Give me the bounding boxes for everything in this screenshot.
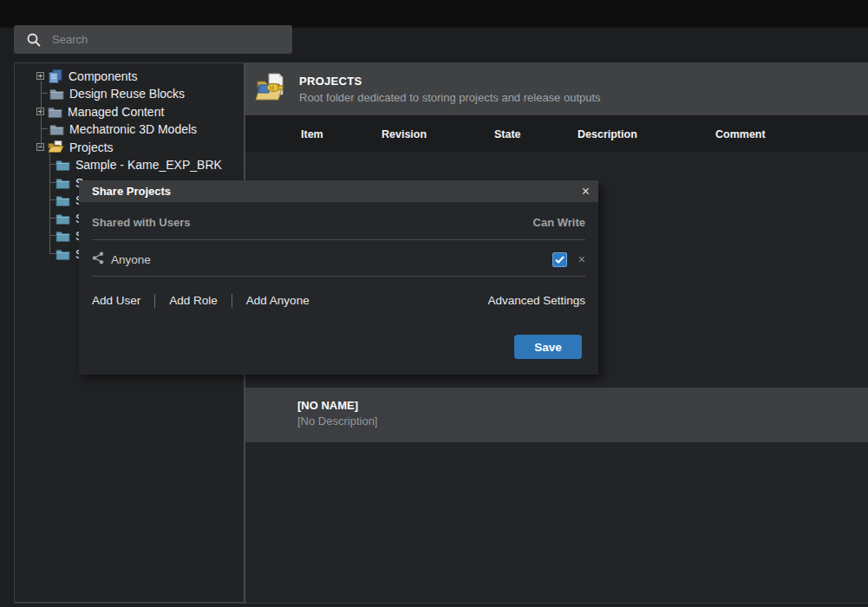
folder-icon	[49, 123, 64, 135]
search-icon	[26, 32, 42, 48]
column-header-description[interactable]: Description	[578, 128, 637, 140]
bottom-border	[14, 603, 868, 604]
add-role-link[interactable]: Add Role	[169, 294, 218, 307]
can-write-label: Can Write	[533, 216, 585, 229]
column-header-comment[interactable]: Comment	[715, 128, 766, 140]
tree-connector-line	[49, 235, 55, 236]
tree-connector-line	[49, 164, 55, 165]
folder-header: PROJECTS Root folder dedicated to storin…	[245, 62, 868, 115]
tree-item-label: Mechatronic 3D Models	[69, 122, 197, 136]
tree-item-label: Projects	[69, 140, 114, 154]
tree-item-label: Components	[69, 69, 137, 83]
column-header-item[interactable]: Item	[301, 128, 323, 140]
folder-icon	[49, 88, 64, 100]
tree-connector-line	[49, 182, 55, 183]
open-folder-icon	[48, 140, 64, 153]
tree-connector-line	[49, 253, 55, 254]
dialog-titlebar[interactable]: Share Projects ×	[79, 180, 598, 202]
can-write-checkbox[interactable]	[552, 252, 567, 267]
share-projects-dialog: Share Projects × Shared with Users Can W…	[79, 180, 598, 375]
table-row[interactable]: [NO NAME] [No Description]	[245, 388, 868, 442]
item-name: [NO NAME]	[297, 399, 358, 412]
folder-teal-icon	[55, 159, 70, 171]
share-icon	[92, 251, 104, 268]
item-description: [No Description]	[297, 414, 377, 428]
dialog-title: Share Projects	[92, 185, 582, 198]
tree-connector-line	[49, 153, 50, 253]
folder-teal-icon	[55, 212, 70, 225]
search-input[interactable]	[52, 33, 269, 46]
add-user-link[interactable]: Add User	[92, 294, 140, 307]
tree-item-mechatronic-3d-models[interactable]: Mechatronic 3D Models	[36, 121, 197, 139]
tree-item-label: Sample - Kame_EXP_BRK	[75, 158, 222, 172]
tree-connector-line	[49, 199, 55, 200]
page-title: PROJECTS	[299, 75, 601, 88]
window-titlebar	[0, 0, 868, 28]
checkbox-check-icon	[555, 256, 565, 264]
tree-item-managed-content[interactable]: +Managed Content	[36, 102, 164, 121]
folder-teal-icon	[55, 230, 70, 242]
advanced-settings-link[interactable]: Advanced Settings	[487, 294, 585, 307]
divider	[232, 294, 232, 308]
folder-teal-icon	[55, 194, 70, 206]
projects-header-icon	[254, 71, 285, 108]
column-header-state[interactable]: State	[494, 128, 521, 140]
tree-item-design-reuse-blocks[interactable]: Design Reuse Blocks	[36, 85, 185, 103]
tree-connector-line	[41, 93, 48, 94]
page-subtitle: Root folder dedicated to storing project…	[299, 91, 601, 104]
save-button[interactable]: Save	[514, 335, 582, 359]
tree-connector-line	[41, 128, 48, 129]
separator	[92, 276, 585, 277]
separator	[92, 239, 585, 240]
tree-item-label: Managed Content	[68, 105, 164, 119]
column-header-revision[interactable]: Revision	[382, 128, 427, 140]
results-table-header: Item Revision State Description Comment	[245, 115, 868, 153]
remove-entry-icon[interactable]: ×	[578, 252, 585, 266]
folder-teal-icon	[55, 248, 70, 260]
folder-icon	[48, 106, 62, 118]
expand-toggle-icon[interactable]: +	[36, 72, 44, 80]
shared-entry-row: Anyone ×	[92, 244, 585, 275]
divider	[154, 294, 155, 308]
shared-entry-name: Anyone	[111, 253, 552, 266]
add-anyone-link[interactable]: Add Anyone	[246, 294, 310, 307]
shared-with-users-label: Shared with Users	[92, 216, 533, 229]
tree-item-components[interactable]: +Components	[36, 67, 137, 85]
components-icon	[48, 69, 63, 83]
tree-item-label: Design Reuse Blocks	[69, 87, 185, 101]
tree-connector-line	[41, 81, 42, 147]
search-bar[interactable]	[14, 25, 292, 54]
close-icon[interactable]: ×	[582, 185, 590, 199]
tree-connector-line	[49, 218, 55, 219]
tree-item-sample-kame-exp-brk[interactable]: Sample - Kame_EXP_BRK	[55, 156, 222, 174]
tree-item-projects[interactable]: −Projects	[36, 138, 114, 156]
folder-teal-icon	[55, 177, 70, 189]
